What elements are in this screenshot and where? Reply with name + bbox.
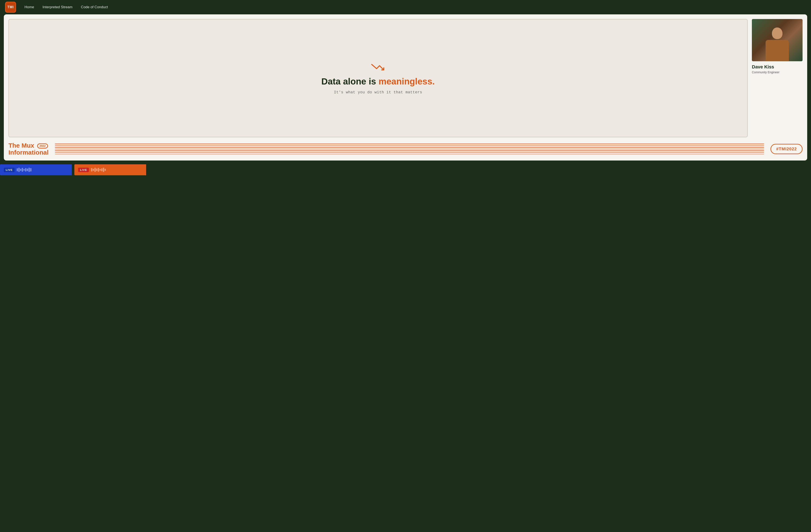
live-pill-blue: LIVE (4, 168, 15, 172)
wave-seg (24, 169, 25, 171)
wave-seg (105, 169, 106, 171)
live-bar-blue: LIVE (0, 164, 72, 175)
bottom-bars: LIVE LIVE (0, 164, 811, 175)
year-badge: 2022 (37, 143, 48, 149)
wave-seg (25, 168, 26, 171)
wave-seg (17, 168, 18, 171)
slide-container: Data alone is meaningless. It's what you… (9, 19, 748, 137)
speaker-video-placeholder (752, 19, 802, 61)
nav-item-code-of-conduct[interactable]: Code of Conduct (81, 5, 108, 9)
stream-layout: Data alone is meaningless. It's what you… (9, 19, 802, 137)
nav-item-interpreted-stream[interactable]: Interpreted Stream (43, 5, 73, 9)
slide-subtext: It's what you do with it that matters (334, 90, 422, 94)
nav-link-interpreted-stream[interactable]: Interpreted Stream (43, 5, 73, 9)
brand-line2: Informational (9, 149, 49, 156)
wave-seg (98, 168, 99, 172)
hashtag-badge: #TMI2022 (770, 144, 802, 154)
live-pill-orange: LIVE (78, 168, 89, 172)
deco-line-6 (55, 152, 764, 153)
speaker-video (752, 19, 802, 61)
nav-link-home[interactable]: Home (25, 5, 34, 9)
live-bar-orange: LIVE (74, 164, 146, 175)
bar-wave-blue (17, 168, 68, 172)
deco-line-1 (55, 143, 764, 144)
wave-seg (96, 169, 97, 171)
wave-seg (103, 168, 104, 172)
brand-logo: The Mux 2022 Informational (9, 142, 49, 156)
navbar: TMI Home Interpreted Stream Code of Cond… (0, 0, 811, 14)
footer-banner: The Mux 2022 Informational #TMI2022 (9, 142, 802, 156)
deco-line-3 (55, 147, 764, 148)
slide-headline: Data alone is meaningless. (321, 77, 435, 86)
wave-seg (101, 168, 103, 171)
wave-seg (100, 169, 101, 171)
wave-seg (20, 169, 21, 171)
wave-seg (30, 168, 31, 171)
headline-part1: Data alone is (321, 76, 379, 86)
logo[interactable]: TMI (5, 2, 16, 13)
speaker-title: Community Engineer (752, 71, 802, 74)
logo-text: TMI (7, 5, 14, 9)
nav-links: Home Interpreted Stream Code of Conduct (25, 5, 108, 9)
deco-line-7 (55, 154, 764, 154)
nav-link-code-of-conduct[interactable]: Code of Conduct (81, 5, 108, 9)
deco-line-2 (55, 145, 764, 146)
brand-line1: The Mux (9, 142, 34, 149)
person-body (766, 40, 789, 61)
speaker-panel: Dave Kiss Community Engineer (752, 19, 802, 74)
speaker-name: Dave Kiss (752, 64, 802, 70)
wave-seg (29, 168, 30, 172)
brand-name: The Mux 2022 Informational (9, 142, 49, 156)
lines-decoration (53, 143, 766, 154)
nav-item-home[interactable]: Home (25, 5, 34, 9)
person-figure (762, 28, 792, 61)
wave-seg (18, 168, 20, 172)
deco-line-5 (55, 150, 764, 151)
wave-seg (93, 169, 94, 171)
trend-down-icon (371, 62, 385, 73)
page-wrapper: Data alone is meaningless. It's what you… (4, 14, 807, 161)
headline-highlight: meaningless. (379, 76, 435, 86)
deco-line-4 (55, 149, 764, 149)
person-head (772, 28, 782, 39)
wave-seg (94, 168, 96, 172)
wave-seg (91, 168, 92, 171)
wave-seg (22, 168, 23, 172)
bar-wave-orange (91, 168, 142, 172)
wave-seg (27, 169, 28, 171)
